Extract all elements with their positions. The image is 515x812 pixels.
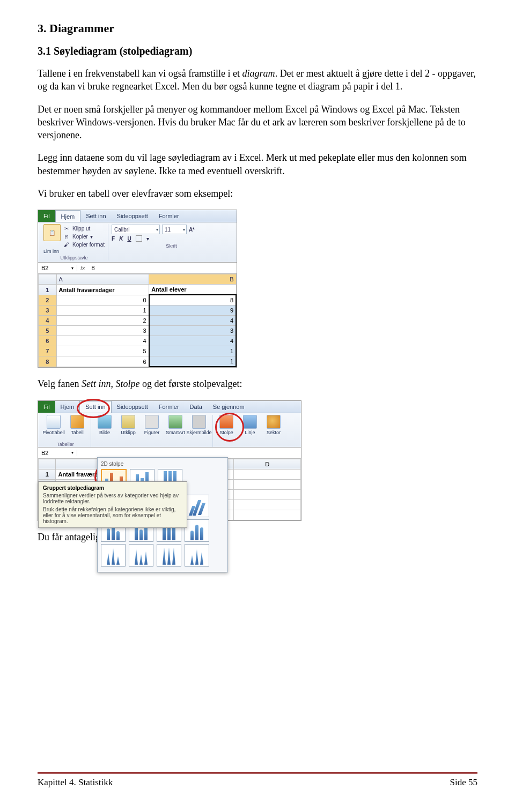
cell[interactable]: 0 (56, 295, 149, 306)
tab-sett-inn-active[interactable]: Sett inn (79, 401, 111, 413)
ribbon-body-2: Pivottabell Tabell Tabeller Bilde Utklip… (38, 413, 301, 448)
cell-selected[interactable]: 9 (149, 306, 236, 316)
spreadsheet-grid: A B 1 Antall fraværsdager Antall elever … (38, 274, 237, 367)
cone-column-option[interactable] (101, 544, 126, 567)
cell[interactable]: 3 (56, 326, 149, 336)
heading-sub: 3.1 Søylediagram (stolpediagram) (38, 45, 477, 57)
cut-button[interactable]: ✂Klipp ut (63, 225, 105, 232)
cone-percent-option[interactable] (157, 544, 181, 567)
border-button[interactable] (136, 235, 142, 242)
cell[interactable]: 6 (56, 356, 149, 367)
file-tab[interactable]: Fil (38, 210, 55, 222)
cell[interactable]: 1 (56, 306, 149, 316)
row-header[interactable]: 1 (39, 469, 56, 479)
paste-icon[interactable]: 📋 (43, 224, 61, 241)
column-header-a[interactable]: A (56, 274, 149, 285)
smartart-button[interactable]: SmartArt (165, 415, 186, 435)
picture-icon (98, 415, 112, 429)
cell[interactable]: Antall elever (149, 285, 236, 295)
tab-hjem[interactable]: Hjem (55, 401, 80, 413)
charts-group: Stolpe Linje Sektor (213, 415, 287, 447)
copy-button[interactable]: ⎘Kopier ▾ (63, 233, 105, 240)
tab-hjem[interactable]: Hjem (55, 210, 81, 222)
cell[interactable]: 4 (56, 336, 149, 346)
pie-chart-button[interactable]: Sektor (263, 415, 284, 435)
tab-formler[interactable]: Formler (153, 210, 185, 222)
tab-se-gjennom[interactable]: Se gjennom (208, 401, 250, 413)
pivottable-icon (47, 415, 61, 429)
font-name-combo[interactable]: Calibri (112, 225, 160, 234)
tab-formler[interactable]: Formler (153, 401, 185, 413)
formula-value[interactable]: 8 (89, 265, 98, 271)
screenshot-button[interactable]: Skjermbilde (189, 415, 209, 435)
row-header[interactable]: 5 (39, 326, 57, 336)
line-chart-button[interactable]: Linje (240, 415, 260, 435)
tab-sett-inn[interactable]: Sett inn (80, 210, 111, 222)
select-all-corner[interactable] (39, 459, 56, 469)
name-box[interactable]: B2▾ (38, 265, 77, 271)
cell[interactable]: 5 (56, 346, 149, 356)
row-header[interactable]: 3 (39, 306, 57, 316)
row-header[interactable]: 1 (39, 285, 57, 295)
file-tab[interactable]: Fil (38, 401, 55, 413)
cell[interactable]: 2 (56, 316, 149, 326)
cell-selected[interactable]: 4 (149, 336, 236, 346)
column-header-b[interactable]: B (149, 274, 236, 285)
column-chart-icon (219, 415, 233, 429)
select-all-corner[interactable] (39, 274, 57, 285)
ribbon-body: 📋 ✂Klipp ut ⎘Kopier ▾ 🖌Kopier format Lim… (38, 222, 237, 263)
name-box-2[interactable]: B2▾ (38, 450, 77, 456)
excel-screenshot-2: Fil Hjem Sett inn Sideoppsett Formler Da… (38, 400, 301, 521)
formula-bar: B2▾ fx 8 (38, 263, 237, 274)
pivottable-button[interactable]: Pivottabell (43, 415, 64, 435)
tab-sideoppsett[interactable]: Sideoppsett (112, 401, 153, 413)
ribbon-tabs-2: Fil Hjem Sett inn Sideoppsett Formler Da… (38, 401, 301, 413)
bold-button[interactable]: F (112, 236, 115, 242)
font-size-combo[interactable]: 11 (162, 225, 187, 234)
dropdown-section-label: 2D stolpe (101, 461, 224, 467)
row-header[interactable]: 4 (39, 316, 57, 326)
cell-active[interactable]: 8 (149, 295, 236, 306)
footer-right: Side 55 (450, 777, 477, 788)
paragraph-1: Tallene i en frekvenstabell kan vi også … (38, 67, 477, 93)
shapes-button[interactable]: Figurer (142, 415, 162, 435)
clipboard-group: 📋 ✂Klipp ut ⎘Kopier ▾ 🖌Kopier format Lim… (40, 224, 108, 260)
paragraph-3: Legg inn dataene som du vil lage søyledi… (38, 151, 477, 177)
fx-icon[interactable]: fx (77, 265, 89, 271)
clipart-button[interactable]: Utklipp (118, 415, 138, 435)
tooltip-line-1: Sammenligner verdier på tvers av kategor… (43, 493, 182, 504)
increase-font-icon[interactable]: A▴ (189, 226, 195, 233)
excel-screenshot-1: Fil Hjem Sett inn Sideoppsett Formler 📋 … (38, 210, 237, 368)
italic-button[interactable]: K (119, 236, 123, 242)
tab-data[interactable]: Data (185, 401, 208, 413)
tab-sideoppsett[interactable]: Sideoppsett (112, 210, 153, 222)
row-header[interactable]: 8 (39, 356, 57, 367)
column-header-d[interactable]: D (234, 459, 301, 469)
underline-button[interactable]: U (127, 236, 131, 242)
3d-column-option[interactable] (185, 495, 209, 517)
fill-color-button[interactable]: ▾ (146, 236, 149, 242)
cell-selected[interactable]: 3 (149, 326, 236, 336)
cell-selected[interactable]: 4 (149, 316, 236, 326)
paste-label: Lim inn (43, 249, 105, 254)
illustrations-group: Bilde Utklipp Figurer SmartArt Skjermbil… (91, 415, 213, 447)
cell[interactable]: Antall fraværsdager (56, 285, 149, 295)
scissors-icon: ✂ (63, 225, 70, 232)
table-button[interactable]: Tabell (67, 415, 87, 435)
screenshot-icon (192, 415, 206, 429)
paragraph-5: Velg fanen Sett inn, Stolpe og det først… (38, 377, 477, 390)
cell-selected[interactable]: 1 (149, 346, 236, 356)
row-header[interactable]: 7 (39, 346, 57, 356)
row-header[interactable]: 6 (39, 336, 57, 346)
cone-stacked-option[interactable] (129, 544, 153, 567)
picture-button[interactable]: Bilde (94, 415, 115, 435)
cylinder-3d-option[interactable] (185, 519, 209, 542)
column-chart-button[interactable]: Stolpe (216, 415, 237, 435)
page-footer: Kapittel 4. Statistikk Side 55 (38, 772, 477, 788)
heading-main: 3. Diagrammer (38, 21, 477, 35)
cone-3d-option[interactable] (185, 544, 209, 567)
cell-selected[interactable]: 1 (149, 356, 236, 367)
row-header[interactable]: 2 (39, 295, 57, 306)
tables-group: Pivottabell Tabell Tabeller (40, 415, 91, 447)
format-painter-button[interactable]: 🖌Kopier format (63, 241, 105, 248)
